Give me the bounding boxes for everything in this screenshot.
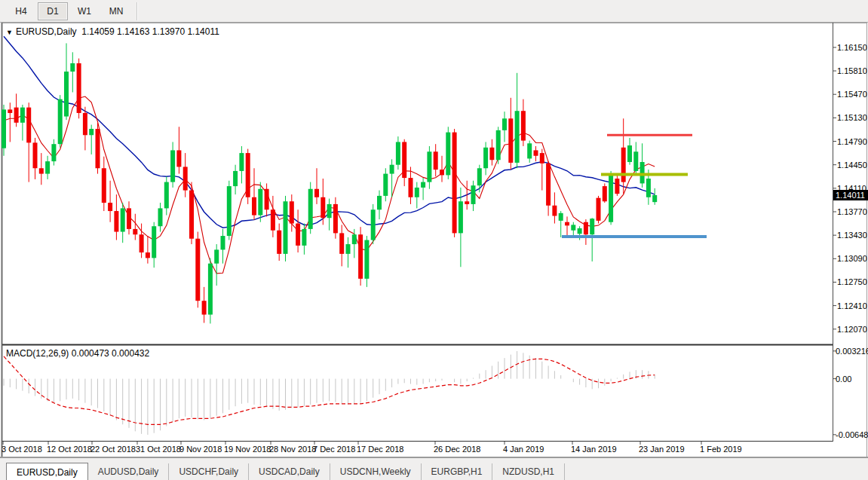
bull-candle-body: [427, 151, 431, 182]
price-axis-label: 1.13090: [837, 254, 867, 263]
chart-symbol-period: EURUSD,Daily: [16, 26, 77, 37]
bear-candle-body: [314, 189, 319, 197]
bear-candle-body: [508, 118, 513, 163]
bull-candle-body: [646, 179, 651, 197]
bull-candle-body: [477, 168, 482, 185]
bull-candle-body: [302, 229, 306, 246]
price-axis-label: 1.14450: [837, 161, 867, 170]
bear-candle-body: [14, 108, 19, 123]
bear-candle-body: [39, 168, 44, 173]
bull-candle-body: [627, 145, 632, 162]
bear-candle-body: [597, 198, 601, 221]
bear-candle-body: [140, 234, 144, 252]
bear-candle-body: [339, 233, 344, 253]
timeframe-button-mn[interactable]: MN: [101, 2, 131, 20]
bear-candle-body: [26, 108, 31, 143]
bear-candle-body: [246, 153, 250, 197]
bull-candle-body: [346, 244, 351, 254]
bear-candle-body: [546, 164, 551, 206]
bull-candle-body: [383, 174, 388, 196]
bull-candle-body: [51, 144, 56, 161]
bull-candle-body: [578, 228, 582, 234]
time-axis-label: 7 Dec 2018: [313, 445, 355, 454]
macd-name: MACD(12,26,9): [6, 348, 69, 359]
symbol-tab-usdcad[interactable]: USDCAD,Daily: [249, 463, 330, 480]
timeframe-button-d1[interactable]: D1: [38, 2, 68, 20]
bull-candle-body: [284, 201, 288, 254]
bear-candle-body: [8, 109, 12, 113]
bull-candle-body: [421, 182, 425, 188]
bear-candle-body: [321, 197, 325, 218]
bull-candle-body: [590, 219, 594, 234]
time-axis-label: 28 Nov 2018: [269, 445, 316, 454]
timeframe-toolbar: H4D1W1MN: [0, 0, 868, 23]
bear-candle-body: [277, 231, 281, 254]
bull-candle-body: [214, 249, 219, 263]
time-axis-label: 31 Oct 2018: [136, 445, 181, 454]
time-axis-label: 19 Nov 2018: [224, 445, 271, 454]
symbol-tab-usdchf[interactable]: USDCHF,Daily: [169, 463, 249, 480]
bull-candle-body: [502, 118, 507, 130]
bear-candle-body: [465, 201, 469, 204]
bear-candle-body: [77, 63, 81, 113]
mt4-terminal: { "toolbar": { "timeframes": ["H4","D1",…: [0, 0, 868, 480]
bear-candle-body: [521, 111, 526, 140]
bear-candle-body: [195, 239, 200, 301]
bear-candle-body: [565, 222, 569, 226]
symbol-tab-eurusd[interactable]: EURUSD,Daily: [6, 463, 88, 480]
title-marker-icon: ▼: [6, 29, 13, 36]
time-axis-label: 26 Dec 2018: [434, 445, 480, 454]
symbol-tab-audusd[interactable]: AUDUSD,Daily: [88, 463, 170, 480]
bull-candle-body: [64, 72, 69, 117]
bear-candle-body: [534, 150, 538, 155]
chart-ohlc-values: 1.14059 1.14163 1.13970 1.14011: [81, 26, 219, 37]
time-axis-label: 17 Dec 2018: [357, 445, 403, 454]
bull-candle-body: [352, 234, 357, 244]
bear-candle-body: [176, 150, 181, 167]
bull-candle-body: [58, 99, 63, 145]
time-axis-label: 1 Feb 2019: [700, 445, 742, 454]
timeframe-button-w1[interactable]: W1: [69, 2, 100, 20]
symbol-tab-usdcnh[interactable]: USDCNH,Weekly: [330, 463, 422, 480]
bull-candle-body: [170, 150, 175, 182]
bull-candle-body: [89, 129, 94, 135]
bull-candle-body: [515, 111, 520, 163]
bear-candle-body: [146, 252, 150, 258]
bull-candle-body: [164, 182, 169, 209]
bear-candle-body: [290, 201, 294, 223]
chart-canvas[interactable]: [0, 23, 868, 457]
price-axis-label: 1.13770: [837, 207, 867, 216]
bear-candle-body: [202, 301, 207, 314]
bear-candle-body: [434, 151, 438, 170]
bull-candle-body: [20, 108, 25, 123]
bear-candle-body: [621, 148, 626, 182]
bull-candle-body: [70, 63, 75, 72]
bull-candle-body: [609, 175, 613, 222]
bull-candle-body: [258, 189, 262, 216]
bear-candle-body: [584, 222, 588, 234]
macd-axis-label: -0.006485: [836, 430, 868, 439]
bull-candle-body: [496, 130, 501, 160]
bear-candle-body: [489, 148, 494, 160]
bull-candle-body: [371, 209, 376, 240]
symbol-tab-nzdusd[interactable]: NZDUSD,H1: [492, 463, 565, 480]
bull-candle-body: [459, 201, 463, 233]
chart-tab-bar: EURUSD,DailyAUDUSD,DailyUSDCHF,DailyUSDC…: [0, 457, 868, 480]
timeframe-button-h4[interactable]: H4: [6, 2, 36, 20]
bull-candle-body: [233, 171, 238, 186]
bull-candle-body: [377, 196, 382, 209]
chart-window[interactable]: ▼EURUSD,Daily 1.14059 1.14163 1.13970 1.…: [0, 23, 868, 457]
bear-candle-body: [83, 113, 87, 135]
chart-title: ▼EURUSD,Daily 1.14059 1.14163 1.13970 1.…: [6, 26, 219, 37]
bear-candle-body: [127, 208, 131, 228]
bull-candle-body: [327, 204, 332, 218]
bear-candle-body: [452, 133, 457, 234]
symbol-tab-eurgbp[interactable]: EURGBP,H1: [422, 463, 493, 480]
bear-candle-body: [189, 191, 194, 239]
bear-candle-body: [296, 224, 300, 246]
bull-candle-body: [396, 142, 400, 164]
bull-candle-body: [45, 161, 50, 173]
bear-candle-body: [440, 170, 444, 175]
bull-candle-body: [446, 133, 450, 176]
bull-candle-body: [239, 153, 244, 171]
